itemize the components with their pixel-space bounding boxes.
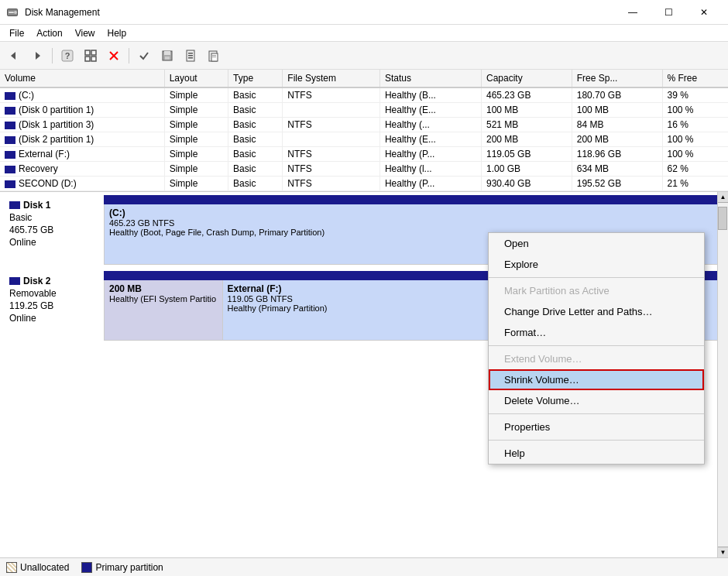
cell-volume: SECOND (D:) xyxy=(0,177,164,191)
cell-fs: NTFS xyxy=(283,162,380,177)
cell-pct: 39 % xyxy=(662,87,728,103)
cell-pct: 100 % xyxy=(662,147,728,162)
cell-type: Basic xyxy=(228,132,283,147)
ctx-properties[interactable]: Properties xyxy=(489,417,704,437)
col-freespace[interactable]: Free Sp... xyxy=(572,70,662,87)
col-type[interactable]: Type xyxy=(228,70,283,87)
svg-rect-8 xyxy=(85,50,90,55)
disk1-c-name: (C:) xyxy=(109,207,719,218)
disk1-status: Online xyxy=(9,237,98,248)
col-filesystem[interactable]: File System xyxy=(283,70,380,87)
svg-rect-15 xyxy=(164,51,170,55)
svg-text:?: ? xyxy=(65,51,70,60)
tb-help-button[interactable]: ? xyxy=(57,45,78,67)
cell-status: Healthy (B... xyxy=(379,87,481,103)
minimize-button[interactable]: — xyxy=(615,0,651,25)
tb-clipboard1-button[interactable] xyxy=(180,45,201,67)
ctx-sep-4 xyxy=(489,440,704,441)
cell-volume: (C:) xyxy=(0,87,164,103)
svg-point-2 xyxy=(14,11,17,14)
table-row[interactable]: (C:) Simple Basic NTFS Healthy (B... 465… xyxy=(0,87,728,103)
cell-free: 200 MB xyxy=(572,132,662,147)
scroll-track xyxy=(718,203,728,547)
disk1-top-bar xyxy=(104,195,725,204)
tb-grid-button[interactable] xyxy=(80,45,101,67)
title-text: Disk Management xyxy=(25,7,100,18)
cell-pct: 100 % xyxy=(662,103,728,118)
cell-fs xyxy=(283,132,380,147)
cell-layout: Simple xyxy=(164,162,228,177)
cell-pct: 100 % xyxy=(662,132,728,147)
close-button[interactable]: ✕ xyxy=(686,0,722,25)
svg-rect-19 xyxy=(188,55,193,57)
col-capacity[interactable]: Capacity xyxy=(482,70,572,87)
tb-clipboard2-button[interactable] xyxy=(203,45,225,67)
tb-check-button[interactable] xyxy=(133,45,155,67)
ctx-delete[interactable]: Delete Volume… xyxy=(489,390,704,411)
cell-layout: Simple xyxy=(164,87,228,103)
ctx-change-letter[interactable]: Change Drive Letter and Paths… xyxy=(489,301,704,322)
disk1-label: Disk 1 xyxy=(9,200,98,211)
svg-marker-4 xyxy=(11,52,15,60)
tb-save-button[interactable] xyxy=(156,45,178,67)
toolbar: ? xyxy=(0,42,728,70)
table-header-row: Volume Layout Type File System Status Ca… xyxy=(0,70,728,87)
tb-forward-button[interactable] xyxy=(26,45,48,67)
cell-status: Healthy (E... xyxy=(379,103,481,118)
cell-layout: Simple xyxy=(164,177,228,191)
disk-table-area: Volume Layout Type File System Status Ca… xyxy=(0,70,728,192)
context-menu: Open Explore Mark Partition as Active Ch… xyxy=(488,232,705,465)
cell-capacity: 521 MB xyxy=(482,118,572,132)
cell-status: Healthy (P... xyxy=(379,177,481,191)
cell-free: 84 MB xyxy=(572,118,662,132)
menu-action[interactable]: Action xyxy=(30,26,68,40)
disk1-type: Basic xyxy=(9,212,98,223)
ctx-help[interactable]: Help xyxy=(489,443,704,464)
scroll-down-arrow[interactable]: ▼ xyxy=(718,547,728,557)
disk1-name: Disk 1 xyxy=(23,200,50,211)
table-row[interactable]: (Disk 0 partition 1) Simple Basic Health… xyxy=(0,103,728,118)
cell-volume: (Disk 1 partition 3) xyxy=(0,118,164,132)
ctx-format[interactable]: Format… xyxy=(489,322,704,343)
disk2-name: Disk 2 xyxy=(23,276,50,286)
svg-rect-18 xyxy=(188,53,193,54)
disk2-type: Removable xyxy=(9,288,98,299)
ctx-shrink[interactable]: Shrink Volume… xyxy=(489,369,704,390)
tb-back-button[interactable] xyxy=(3,45,25,67)
menu-view[interactable]: View xyxy=(69,26,101,40)
table-row[interactable]: (Disk 1 partition 3) Simple Basic NTFS H… xyxy=(0,118,728,132)
col-volume[interactable]: Volume xyxy=(0,70,164,87)
tb-delete-button[interactable] xyxy=(103,45,125,67)
ctx-open[interactable]: Open xyxy=(489,233,704,254)
legend-primary-label: Primary partition xyxy=(95,562,163,573)
table-row[interactable]: (Disk 2 partition 1) Simple Basic Health… xyxy=(0,132,728,147)
svg-rect-20 xyxy=(188,57,193,59)
scroll-up-arrow[interactable]: ▲ xyxy=(718,192,728,203)
scroll-thumb[interactable] xyxy=(718,207,727,230)
col-layout[interactable]: Layout xyxy=(164,70,228,87)
col-status[interactable]: Status xyxy=(379,70,481,87)
window-controls: — ☐ ✕ xyxy=(615,0,722,25)
legend-unalloc-label: Unallocated xyxy=(20,562,69,573)
ctx-explore[interactable]: Explore xyxy=(489,254,704,275)
table-row[interactable]: External (F:) Simple Basic NTFS Healthy … xyxy=(0,147,728,162)
legend-unalloc-box xyxy=(6,562,17,573)
svg-rect-10 xyxy=(85,57,90,61)
cell-capacity: 1.00 GB xyxy=(482,162,572,177)
disk2-partition-efi[interactable]: 200 MB Healthy (EFI System Partitio xyxy=(105,280,223,340)
cell-fs: NTFS xyxy=(283,147,380,162)
menu-file[interactable]: File xyxy=(3,26,30,40)
cell-pct: 21 % xyxy=(662,177,728,191)
table-row[interactable]: Recovery Simple Basic NTFS Healthy (l...… xyxy=(0,162,728,177)
col-pctfree[interactable]: % Free xyxy=(662,70,728,87)
cell-fs xyxy=(283,103,380,118)
cell-type: Basic xyxy=(228,118,283,132)
maximize-button[interactable]: ☐ xyxy=(651,0,686,25)
table-row[interactable]: SECOND (D:) Simple Basic NTFS Healthy (P… xyxy=(0,177,728,191)
disk1-c-size: 465.23 GB NTFS xyxy=(109,218,719,228)
scrollbar[interactable]: ▲ ▼ xyxy=(717,192,728,557)
ctx-sep-3 xyxy=(489,413,704,414)
cell-layout: Simple xyxy=(164,103,228,118)
menu-help[interactable]: Help xyxy=(101,26,133,40)
app-icon xyxy=(6,6,19,19)
